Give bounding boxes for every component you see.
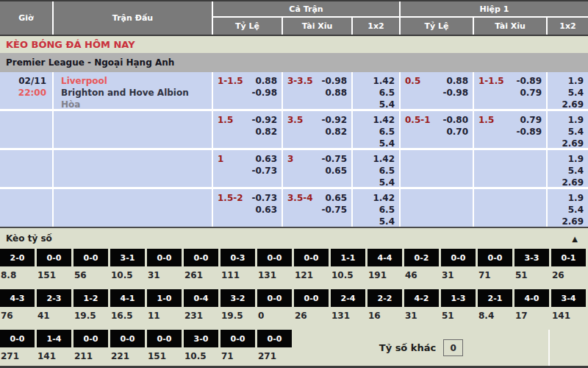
score-odd-value[interactable]: 26: [294, 307, 331, 321]
score-odd-value[interactable]: 151: [147, 347, 184, 361]
odd-value[interactable]: 5.4: [568, 126, 584, 138]
odd-value[interactable]: 6.5: [379, 165, 395, 177]
score-odd-value[interactable]: 51: [441, 307, 478, 321]
score-odds-col: 2-4131: [331, 289, 368, 328]
h1-over-under-cell: [474, 150, 548, 187]
score-odd-value[interactable]: 41: [37, 307, 74, 321]
score-odd-value[interactable]: 131: [331, 307, 368, 321]
score-odd-value[interactable]: 56: [74, 266, 110, 280]
score-odd-value[interactable]: 31: [441, 266, 478, 280]
score-label: 0-0: [294, 289, 329, 307]
odd-value[interactable]: -0.75: [321, 153, 347, 165]
score-odd-value[interactable]: 141: [37, 347, 74, 361]
score-odd-value[interactable]: 121: [294, 266, 331, 280]
odd-value[interactable]: 5.4: [568, 87, 584, 99]
odd-value[interactable]: 6.5: [379, 204, 395, 216]
score-odd-value[interactable]: 19.5: [220, 307, 257, 321]
odd-value[interactable]: 0.82: [325, 126, 347, 138]
odd-value[interactable]: -0.98: [251, 87, 277, 99]
odd-value[interactable]: 5.4: [568, 165, 584, 177]
odd-value[interactable]: 6.5: [379, 87, 395, 99]
score-odd-value[interactable]: 31: [404, 307, 441, 321]
odd-value[interactable]: 0.88: [446, 75, 468, 87]
score-odd-value[interactable]: 16: [368, 307, 404, 321]
odd-value[interactable]: 1.42: [373, 153, 395, 165]
odd-value[interactable]: 0.88: [325, 87, 347, 99]
odd-value[interactable]: 0.65: [325, 192, 347, 204]
odd-value[interactable]: 1.42: [373, 114, 395, 126]
score-odd-value[interactable]: 19.5: [74, 307, 110, 321]
odd-value[interactable]: -0.73: [251, 165, 277, 177]
odd-value[interactable]: 2.69: [562, 216, 584, 227]
odd-value[interactable]: 2.69: [562, 99, 584, 110]
score-odd-value[interactable]: 271: [257, 347, 294, 361]
odd-value[interactable]: -0.98: [442, 87, 468, 99]
odd-value[interactable]: 6.5: [379, 126, 395, 138]
score-odd-value[interactable]: 71: [220, 347, 257, 361]
odd-value[interactable]: 1.9: [568, 192, 584, 204]
odd-value[interactable]: -0.73: [251, 192, 277, 204]
score-odd-value[interactable]: 151: [37, 266, 74, 280]
score-odd-value[interactable]: 271: [0, 347, 37, 361]
score-odd-value[interactable]: 71: [478, 266, 514, 280]
odd-value[interactable]: 0.79: [520, 114, 542, 126]
odd-value[interactable]: -0.98: [321, 75, 347, 87]
odd-value[interactable]: 2.69: [562, 177, 584, 188]
score-label: 4-4: [368, 249, 402, 266]
score-label: 0-4: [184, 289, 218, 307]
odd-value[interactable]: 0.65: [325, 165, 347, 177]
odd-value[interactable]: 5.4: [379, 216, 395, 227]
score-odd-value[interactable]: 10.5: [184, 347, 220, 361]
score-odd-value[interactable]: 191: [368, 266, 404, 280]
score-odd-value[interactable]: 8.8: [0, 266, 37, 280]
odd-value[interactable]: -0.89: [516, 126, 542, 138]
odd-value[interactable]: 0.63: [255, 153, 277, 165]
score-odd-value[interactable]: 141: [551, 307, 588, 321]
score-odd-value[interactable]: 261: [184, 266, 220, 280]
odd-value[interactable]: -0.75: [321, 204, 347, 216]
score-odd-value[interactable]: 8.4: [478, 307, 514, 321]
odd-value[interactable]: 1.42: [373, 192, 395, 204]
score-odds-col: 0-0151: [147, 330, 184, 366]
odd-value[interactable]: 5.4: [568, 204, 584, 216]
odd-value[interactable]: 1.42: [373, 75, 395, 87]
score-odd-value[interactable]: 51: [514, 266, 551, 280]
odd-value[interactable]: 1.9: [568, 75, 584, 87]
collapse-arrow-icon[interactable]: ▲: [572, 235, 588, 243]
odd-value[interactable]: 2.69: [562, 138, 584, 149]
score-odd-value[interactable]: 211: [74, 347, 110, 361]
score-label: 2-0: [0, 249, 35, 266]
odd-value[interactable]: 5.4: [379, 99, 395, 110]
odd-value[interactable]: 0.63: [255, 204, 277, 216]
score-odd-value[interactable]: 131: [257, 266, 294, 280]
score-label: 2-3: [37, 289, 71, 307]
score-odd-value[interactable]: 221: [110, 347, 147, 361]
odd-value[interactable]: -0.92: [251, 114, 277, 126]
score-odd-value[interactable]: 76: [0, 307, 37, 321]
odd-value[interactable]: 0.79: [520, 87, 542, 99]
score-label: 4-3: [0, 289, 35, 307]
score-odd-value[interactable]: 46: [404, 266, 441, 280]
odd-value[interactable]: 1.9: [568, 153, 584, 165]
score-odd-value[interactable]: 17: [514, 307, 551, 321]
odd-value[interactable]: -0.89: [516, 75, 542, 87]
other-score-input[interactable]: 0: [443, 339, 463, 356]
odd-value[interactable]: 0.82: [255, 126, 277, 138]
odd-value[interactable]: -0.80: [442, 114, 468, 126]
odd-value[interactable]: -0.92: [321, 114, 347, 126]
score-odd-value[interactable]: 16.5: [110, 307, 147, 321]
odd-value[interactable]: 5.4: [379, 177, 395, 188]
score-odd-value[interactable]: 231: [184, 307, 220, 321]
score-odd-value[interactable]: 111: [220, 266, 257, 280]
score-odd-value[interactable]: 26: [551, 266, 588, 280]
odd-value[interactable]: 0.88: [255, 75, 277, 87]
score-odd-value[interactable]: 31: [147, 266, 184, 280]
score-odd-value[interactable]: 11: [147, 307, 184, 321]
score-label: 1-4: [37, 330, 71, 347]
odd-value[interactable]: 1.9: [568, 114, 584, 126]
odd-value[interactable]: 0.70: [446, 126, 468, 138]
odd-value[interactable]: 5.4: [379, 138, 395, 149]
score-odd-value[interactable]: 10.5: [331, 266, 368, 280]
score-odd-value[interactable]: 10.5: [110, 266, 147, 280]
score-odd-value[interactable]: 0: [257, 307, 294, 321]
